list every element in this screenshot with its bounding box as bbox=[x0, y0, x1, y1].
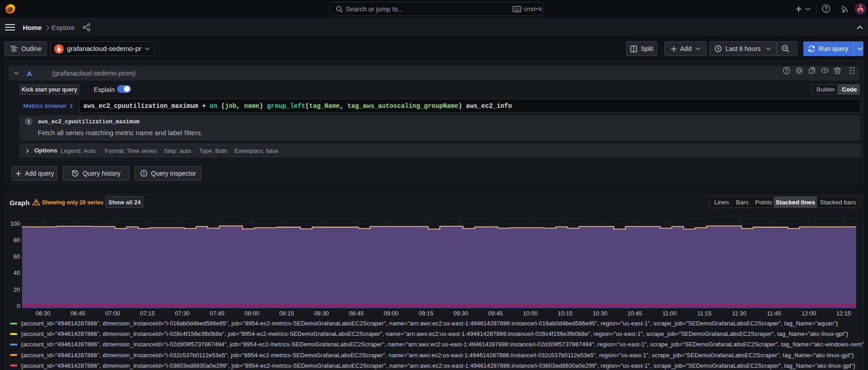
svg-text:11:00: 11:00 bbox=[662, 310, 677, 317]
svg-text:0: 0 bbox=[17, 303, 20, 309]
svg-text:60: 60 bbox=[14, 253, 20, 260]
svg-text:09:45: 09:45 bbox=[488, 310, 503, 317]
svg-text:06:30: 06:30 bbox=[36, 310, 51, 317]
svg-text:11:15: 11:15 bbox=[697, 310, 712, 317]
svg-text:08:15: 08:15 bbox=[279, 310, 294, 317]
svg-text:09:30: 09:30 bbox=[453, 310, 468, 317]
svg-text:12:00: 12:00 bbox=[802, 310, 817, 317]
svg-text:08:30: 08:30 bbox=[314, 310, 329, 317]
svg-text:12:15: 12:15 bbox=[836, 310, 851, 317]
svg-text:07:15: 07:15 bbox=[140, 310, 155, 317]
svg-text:06:45: 06:45 bbox=[71, 310, 86, 317]
svg-text:11:30: 11:30 bbox=[732, 310, 746, 317]
svg-text:20: 20 bbox=[14, 286, 20, 293]
svg-text:10:00: 10:00 bbox=[523, 310, 538, 317]
svg-text:100: 100 bbox=[10, 220, 20, 227]
svg-text:07:30: 07:30 bbox=[175, 310, 190, 317]
svg-text:08:45: 08:45 bbox=[349, 310, 364, 317]
svg-text:10:15: 10:15 bbox=[558, 310, 573, 317]
svg-text:40: 40 bbox=[14, 269, 20, 276]
svg-text:07:45: 07:45 bbox=[209, 310, 225, 317]
svg-text:11:45: 11:45 bbox=[767, 310, 781, 317]
svg-text:80: 80 bbox=[14, 237, 20, 243]
svg-text:09:00: 09:00 bbox=[384, 310, 399, 317]
svg-text:09:15: 09:15 bbox=[419, 310, 434, 317]
svg-text:08:00: 08:00 bbox=[245, 310, 260, 317]
svg-text:10:45: 10:45 bbox=[628, 310, 643, 317]
svg-text:07:00: 07:00 bbox=[105, 310, 120, 317]
svg-text:10:30: 10:30 bbox=[592, 310, 608, 317]
